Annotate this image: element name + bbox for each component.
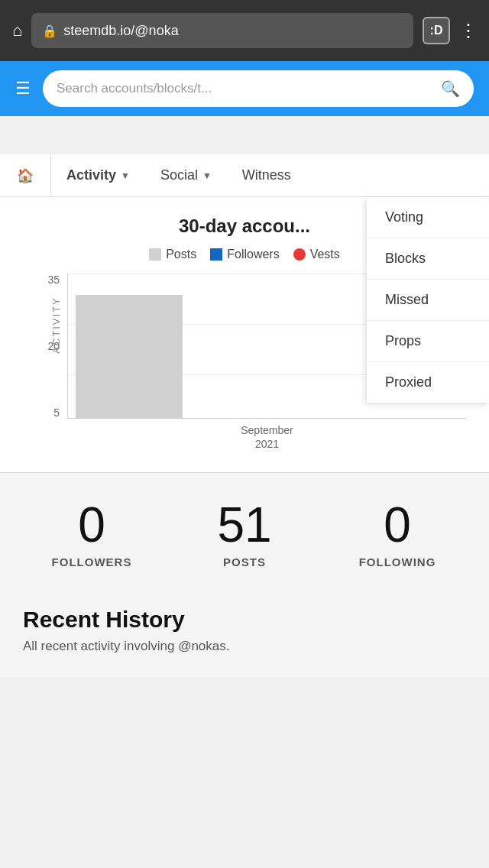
- browser-url-text: steemdb.io/@noka: [63, 23, 403, 39]
- legend-followers: Followers: [210, 248, 279, 261]
- page-spacer: [0, 116, 489, 154]
- activity-dropdown-arrow: ▼: [121, 170, 130, 181]
- tab-witness[interactable]: Witness: [227, 154, 306, 196]
- dropdown-item-props[interactable]: Props: [367, 321, 489, 362]
- search-icon: 🔍: [441, 79, 460, 98]
- tab-witness-label: Witness: [242, 167, 291, 183]
- social-dropdown-arrow: ▼: [202, 170, 212, 181]
- posts-legend-label: Posts: [166, 248, 196, 261]
- recent-history-subtitle: All recent activity involving @nokas.: [23, 639, 466, 654]
- lock-icon: 🔒: [42, 24, 57, 38]
- recent-history-title: Recent History: [23, 607, 466, 633]
- posts-legend-dot: [149, 248, 161, 261]
- followers-legend-dot: [210, 248, 222, 261]
- tab-social-label: Social: [160, 167, 198, 183]
- search-input[interactable]: Search accounts/blocks/t...: [57, 81, 433, 96]
- browser-address-bar[interactable]: 🔒 steemdb.io/@noka: [31, 13, 413, 48]
- browser-chrome: ⌂ 🔒 steemdb.io/@noka :D ⋮: [0, 0, 489, 61]
- dropdown-item-proxied[interactable]: Proxied: [367, 362, 489, 403]
- y-tick-5: 5: [53, 406, 60, 419]
- main-content: 30-day accou... Posts Followers Vests AC…: [0, 197, 489, 472]
- y-axis-label: ACTIVITY: [50, 296, 62, 354]
- app-header: ☰ Search accounts/blocks/t... 🔍: [0, 61, 489, 116]
- followers-count: 0: [15, 500, 168, 549]
- vests-legend-label: Vests: [310, 248, 340, 261]
- posts-count: 51: [168, 500, 321, 549]
- tab-home[interactable]: 🏠: [0, 154, 51, 196]
- witness-dropdown: Voting Blocks Missed Props Proxied: [367, 197, 489, 403]
- followers-legend-label: Followers: [227, 248, 279, 261]
- chart-bar: [76, 295, 183, 418]
- posts-label: POSTS: [168, 555, 321, 568]
- tab-activity-label: Activity: [66, 167, 116, 183]
- search-bar[interactable]: Search accounts/blocks/t... 🔍: [43, 70, 474, 107]
- nav-tabs: 🏠 Activity ▼ Social ▼ Witness: [0, 154, 489, 197]
- followers-label: FOLLOWERS: [15, 555, 168, 568]
- dropdown-item-blocks[interactable]: Blocks: [367, 238, 489, 280]
- stat-posts: 51 POSTS: [168, 500, 321, 568]
- following-label: FOLLOWING: [321, 555, 474, 568]
- legend-vests: Vests: [293, 248, 340, 261]
- browser-home-button[interactable]: ⌂: [12, 21, 22, 40]
- stats-section: 0 FOLLOWERS 51 POSTS 0 FOLLOWING: [0, 472, 489, 591]
- browser-menu-button[interactable]: ⋮: [459, 20, 477, 41]
- x-axis-year: 2021: [68, 438, 466, 450]
- x-axis-label: September: [68, 424, 466, 436]
- recent-history-section: Recent History All recent activity invol…: [0, 591, 489, 677]
- tab-icon-text: :D: [430, 24, 443, 37]
- vests-legend-dot: [293, 248, 306, 261]
- following-count: 0: [321, 500, 474, 549]
- hamburger-menu-button[interactable]: ☰: [15, 79, 31, 99]
- home-icon: 🏠: [17, 167, 34, 184]
- tab-social[interactable]: Social ▼: [145, 154, 227, 196]
- dropdown-item-missed[interactable]: Missed: [367, 280, 489, 321]
- y-tick-35: 35: [47, 274, 60, 286]
- stat-following: 0 FOLLOWING: [321, 500, 474, 568]
- stat-followers: 0 FOLLOWERS: [15, 500, 168, 568]
- browser-tab-button[interactable]: :D: [423, 17, 450, 44]
- dropdown-item-voting[interactable]: Voting: [367, 197, 489, 238]
- legend-posts: Posts: [149, 248, 196, 261]
- tab-activity[interactable]: Activity ▼: [51, 154, 145, 196]
